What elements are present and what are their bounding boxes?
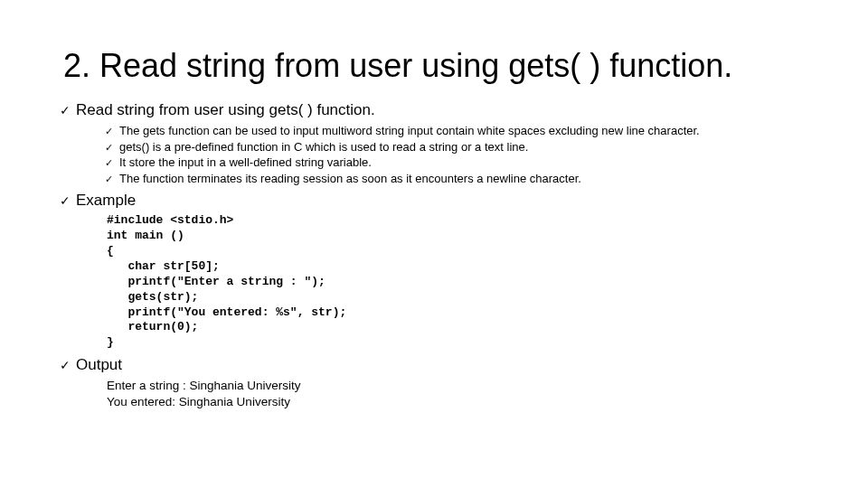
slide-title: 2. Read string from user using gets( ) f…	[63, 47, 805, 85]
output-line: You entered: Singhania University	[107, 394, 805, 410]
list-item: The function terminates its reading sess…	[119, 171, 805, 187]
list-item: gets() is a pre-defined function in C wh…	[119, 139, 805, 155]
code-block: #include <stdio.h> int main () { char st…	[63, 213, 805, 351]
section-heading-3: Output	[63, 356, 805, 374]
output-line: Enter a string : Singhania University	[107, 378, 805, 394]
list-item: It store the input in a well-defined str…	[119, 155, 805, 171]
output-block: Enter a string : Singhania University Yo…	[63, 378, 805, 410]
section-heading-1: Read string from user using gets( ) func…	[63, 101, 805, 119]
bullet-list-1: The gets function can be used to input m…	[63, 123, 805, 186]
section-heading-2: Example	[63, 192, 805, 210]
list-item: The gets function can be used to input m…	[119, 123, 805, 139]
